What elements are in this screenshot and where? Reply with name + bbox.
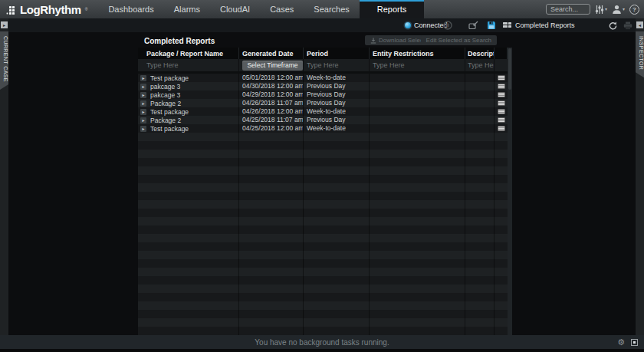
row-expand-icon[interactable]: ▸ (140, 92, 146, 98)
view-selector-completed-reports[interactable]: Completed Reports (503, 18, 575, 32)
cell-generated-date (239, 150, 304, 158)
cell-actions (495, 175, 508, 183)
table-row[interactable]: ▸Test package04/25/2018 12:00 amWeek-to-… (138, 124, 508, 133)
filter-description-input[interactable] (468, 61, 494, 69)
cell-entity-restrictions (370, 251, 465, 259)
row-expand-icon[interactable]: ▸ (140, 126, 146, 132)
table-row[interactable]: ▸Package 204/26/2018 11:07 amPrevious Da… (138, 99, 508, 107)
edit-selected-as-search-button[interactable]: Edit Selected as Search (421, 35, 497, 45)
column-header-description[interactable]: Description (465, 48, 495, 59)
cell-package-name (138, 133, 239, 141)
cell-generated-date (239, 192, 304, 200)
search-filter-control[interactable]: ▾ (595, 5, 607, 15)
column-header-period[interactable]: Period (304, 48, 370, 59)
help-icon[interactable]: ? (629, 5, 639, 15)
cell-package-name (138, 217, 239, 225)
column-header-generated-date[interactable]: Generated Date (239, 48, 304, 59)
current-case-tab[interactable]: CURRENT CASE (0, 31, 8, 90)
cell-entity-restrictions (370, 175, 465, 183)
cell-actions (495, 183, 508, 192)
cell-actions (495, 192, 508, 200)
export-report-button[interactable] (468, 18, 478, 32)
save-button[interactable] (487, 18, 496, 32)
search-input[interactable] (546, 4, 590, 15)
row-expand-icon[interactable]: ▸ (140, 84, 146, 90)
report-file-icon[interactable] (498, 126, 505, 131)
bottom-strip (0, 349, 644, 352)
user-menu[interactable]: ▾ (612, 5, 625, 15)
table-row-empty (138, 166, 508, 175)
print-button[interactable] (623, 18, 632, 32)
cell-actions (495, 318, 508, 327)
table-row[interactable]: ▸pakcage 304/30/2018 12:00 amPrevious Da… (138, 82, 508, 90)
inspector-tab[interactable]: INSPECTOR (636, 31, 644, 77)
table-row-empty (138, 192, 508, 200)
table-row[interactable]: ▸pakcage 304/29/2018 12:00 amPrevious Da… (138, 90, 508, 99)
nav-tab-reports[interactable]: Reports (360, 0, 425, 18)
cell-entity-restrictions (370, 82, 465, 90)
background-tasks-icon[interactable] (631, 339, 638, 346)
column-header-entity-restrictions[interactable]: Entity Restrictions (370, 48, 465, 59)
gear-icon[interactable]: ⚙ (617, 338, 625, 347)
cell-generated-date (239, 251, 304, 259)
cell-generated-date (239, 200, 304, 209)
select-timeframe-button[interactable]: Select Timeframe (242, 61, 303, 71)
cell-period (304, 175, 370, 183)
table-row[interactable]: ▸Package 204/25/2018 11:07 amPrevious Da… (138, 116, 508, 124)
table-row-empty (138, 183, 508, 192)
cell-generated-date (239, 276, 304, 285)
report-file-icon[interactable] (498, 84, 505, 89)
logrhythm-logo-mark-icon (6, 5, 16, 15)
cell-generated-date (239, 133, 304, 141)
collapse-right-rail-icon[interactable]: ◂ (636, 21, 643, 28)
cell-description (465, 158, 495, 166)
cell-period (304, 209, 370, 217)
report-file-icon[interactable] (498, 100, 505, 106)
cell-entity-restrictions (370, 141, 465, 150)
row-expand-icon[interactable]: ▸ (140, 117, 146, 123)
cell-description (465, 166, 495, 175)
cell-period (304, 318, 370, 327)
column-header-package-report-name[interactable]: Package / Report Name (138, 48, 239, 59)
cell-description (465, 124, 495, 133)
row-expand-icon[interactable]: ▸ (140, 100, 146, 107)
filter-package-name-input[interactable] (146, 61, 238, 69)
cell-description (465, 200, 495, 209)
row-expand-icon[interactable]: ▸ (140, 109, 146, 115)
cell-description (465, 107, 495, 116)
pause-button[interactable] (443, 18, 452, 32)
cell-period: Week-to-date (304, 107, 370, 116)
nav-tab-cases[interactable]: Cases (260, 0, 304, 18)
cell-period: Previous Day (304, 82, 370, 90)
cell-description (465, 133, 495, 141)
table-rows: ▸Test package05/01/2018 12:00 amWeek-to-… (138, 74, 508, 335)
report-file-icon[interactable] (498, 109, 505, 114)
report-file-icon[interactable] (498, 92, 505, 97)
scrollbar-thumb[interactable] (508, 48, 511, 90)
row-expand-icon[interactable]: ▸ (140, 75, 146, 81)
table-row[interactable]: ▸Test package05/01/2018 12:00 amWeek-to-… (138, 74, 508, 82)
nav-tab-cloudai[interactable]: CloudAI (210, 0, 260, 18)
cell-generated-date (239, 259, 304, 268)
nav-tab-alarms[interactable]: Alarms (164, 0, 210, 18)
cell-generated-date: 04/25/2018 12:00 am (239, 124, 304, 133)
nav-tab-dashboards[interactable]: Dashboards (98, 0, 163, 18)
chevron-down-icon: ▾ (623, 7, 625, 12)
report-file-icon[interactable] (498, 117, 505, 123)
refresh-button[interactable] (609, 18, 617, 32)
cell-actions (495, 200, 508, 209)
filter-entity-restrictions-input[interactable] (373, 61, 465, 69)
cell-period (304, 133, 370, 141)
collapse-left-rail-icon[interactable]: ▸ (1, 21, 8, 28)
nav-tab-searches[interactable]: Searches (304, 0, 359, 18)
cell-period: Week-to-date (304, 74, 370, 82)
cell-package-name (138, 310, 239, 318)
cell-actions (495, 82, 508, 90)
report-file-icon[interactable] (498, 75, 505, 81)
cell-package-name (138, 327, 239, 335)
cell-package-name (138, 150, 239, 158)
filter-period-input[interactable] (307, 61, 369, 69)
table-row[interactable]: ▸Test package04/26/2018 12:00 amWeek-to-… (138, 107, 508, 116)
vertical-scrollbar[interactable] (508, 48, 512, 335)
logrhythm-app-window: LogRhythm ® DashboardsAlarmsCloudAICases… (0, 0, 644, 352)
